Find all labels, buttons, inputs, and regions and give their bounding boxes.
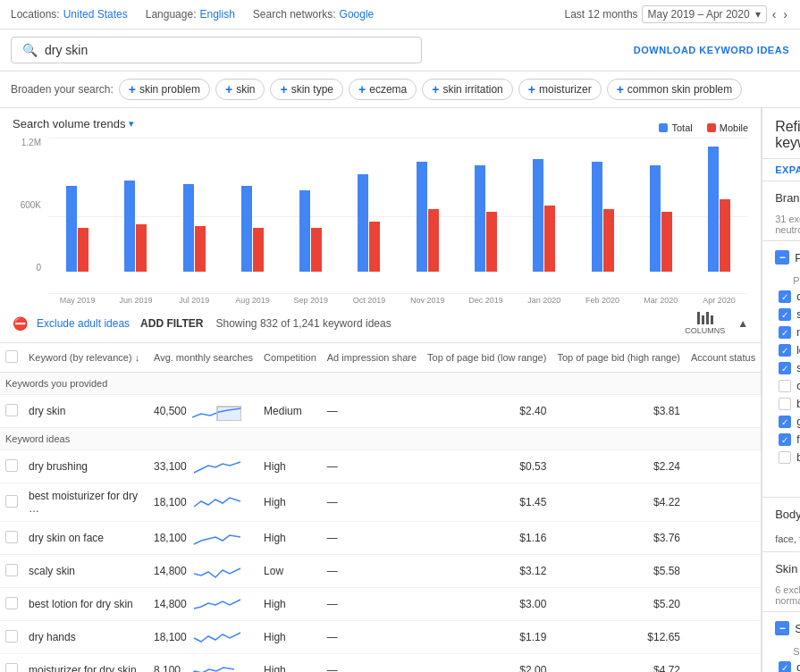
filter-row: ⛔ Exclude adult ideas ADD FILTER Showing… <box>0 305 761 343</box>
date-range-selector[interactable]: May 2019 – Apr 2020 ▾ <box>642 5 767 23</box>
impression-header[interactable]: Ad impression share <box>322 343 422 373</box>
columns-button[interactable]: COLUMNS <box>685 312 725 335</box>
product-item[interactable]: butter <box>775 449 800 466</box>
product-item[interactable]: ✓ moisturizer 390 <box>775 323 800 341</box>
symptom-item[interactable]: ✓ dryness 69 <box>775 659 800 672</box>
skin-type-header[interactable]: Skin Type › <box>762 552 800 584</box>
bar-total-5[interactable] <box>358 174 368 272</box>
product-section-header[interactable]: − Product ⌄ <box>762 241 800 273</box>
product-item[interactable]: cleanser <box>775 377 800 395</box>
exclude-adults-button[interactable]: Exclude adult ideas <box>37 317 130 330</box>
row-checkbox[interactable] <box>0 654 23 673</box>
expand-all-button[interactable]: EXPAND ALL <box>775 164 800 175</box>
period-info[interactable]: Last 12 months May 2019 – Apr 2020 ▾ ‹ › <box>565 5 790 23</box>
bid-high-cell: $4.22 <box>552 483 686 522</box>
body-part-section: Body Part › face, feet, hands, eyes, lip… <box>762 498 800 552</box>
product-item[interactable]: ✓ skin cream 403 <box>775 306 800 323</box>
chart-dropdown-icon[interactable]: ▾ <box>129 118 134 130</box>
bar-mobile-5[interactable] <box>369 222 380 272</box>
bar-total-9[interactable] <box>592 162 602 272</box>
next-period-button[interactable]: › <box>781 5 789 23</box>
keyword-header[interactable]: Keyword (by relevance) ↓ <box>23 343 148 373</box>
product-checkbox[interactable]: ✓ <box>779 362 791 374</box>
bar-mobile-1[interactable] <box>136 224 147 272</box>
bar-total-0[interactable] <box>66 186 77 272</box>
bar-mobile-11[interactable] <box>720 199 730 272</box>
product-checkbox[interactable] <box>779 398 791 410</box>
chip-common-skin-problem[interactable]: +common skin problem <box>607 79 743 100</box>
bid-low-cell: $1.45 <box>422 483 552 522</box>
symptom-collapse-icon[interactable]: − <box>775 621 789 635</box>
row-checkbox[interactable] <box>0 588 23 621</box>
bar-mobile-6[interactable] <box>428 209 439 272</box>
chip-skin-problem[interactable]: +skin problem <box>119 79 210 100</box>
product-view-more[interactable]: VIEW 1 MORE <box>775 466 800 490</box>
product-item[interactable]: ✓ cream 403 <box>775 288 800 306</box>
search-input[interactable] <box>45 43 410 57</box>
collapse-arrow[interactable]: ▲ <box>737 317 748 330</box>
bar-mobile-7[interactable] <box>486 212 497 272</box>
bar-total-3[interactable] <box>241 186 252 272</box>
bar-total-6[interactable] <box>417 162 427 272</box>
bar-total-1[interactable] <box>124 181 135 272</box>
brand-section-sub: 31 excluded: eucerin, neutrogena, dove, … <box>762 214 800 240</box>
bar-mobile-4[interactable] <box>311 228 322 272</box>
broaden-row: Broaden your search: +skin problem +skin… <box>0 71 800 108</box>
language-value: English <box>199 8 234 21</box>
bar-mobile-9[interactable] <box>603 209 614 272</box>
chip-skin[interactable]: +skin <box>215 79 265 100</box>
bar-mobile-2[interactable] <box>195 226 206 272</box>
chip-eczema[interactable]: +eczema <box>349 79 417 100</box>
product-checkbox[interactable]: ✓ <box>779 290 791 303</box>
symptom-checkbox[interactable]: ✓ <box>779 661 791 672</box>
prev-period-button[interactable]: ‹ <box>771 5 779 23</box>
bid-low-header[interactable]: Top of page bid (low range) <box>422 343 552 373</box>
account-header[interactable]: Account status <box>686 343 761 373</box>
product-item[interactable]: ✓ lotion 339 <box>775 341 800 359</box>
product-checkbox[interactable]: ✓ <box>779 433 791 446</box>
product-item[interactable]: ✓ face scrub 8 <box>775 431 800 449</box>
row-checkbox[interactable] <box>0 395 23 428</box>
product-checkbox[interactable]: ✓ <box>779 308 791 321</box>
brand-section-header[interactable]: Brand or Non-Brand › <box>762 181 800 214</box>
bar-mobile-10[interactable] <box>661 212 672 272</box>
bar-total-8[interactable] <box>533 159 543 272</box>
competition-header[interactable]: Competition <box>258 343 322 373</box>
select-all-header[interactable] <box>0 343 23 373</box>
chip-skin-type[interactable]: +skin type <box>270 79 343 100</box>
row-checkbox[interactable] <box>0 450 23 483</box>
bar-total-7[interactable] <box>475 165 485 272</box>
product-checkbox[interactable]: ✓ <box>779 416 791 428</box>
bar-total-11[interactable] <box>708 147 719 272</box>
bar-total-4[interactable] <box>299 190 310 272</box>
add-filter-button[interactable]: ADD FILTER <box>140 317 203 330</box>
product-checkbox[interactable] <box>779 380 791 392</box>
row-checkbox[interactable] <box>0 483 23 522</box>
bar-total-2[interactable] <box>183 184 194 272</box>
account-cell <box>686 654 761 673</box>
searches-header[interactable]: Avg. monthly searches <box>148 343 258 373</box>
nav-arrows[interactable]: ‹ › <box>771 5 789 23</box>
product-collapse-icon[interactable]: − <box>775 250 789 265</box>
chip-skin-irritation[interactable]: +skin irritation <box>422 79 513 100</box>
row-checkbox[interactable] <box>0 555 23 588</box>
product-checkbox[interactable]: ✓ <box>779 344 791 357</box>
product-item[interactable]: ✓ skin lotion 339 <box>775 359 800 377</box>
product-item[interactable]: ✓ gel 18 <box>775 413 800 431</box>
bar-group-11 <box>690 147 748 272</box>
bid-high-header[interactable]: Top of page bid (high range) <box>552 343 686 373</box>
bar-total-10[interactable] <box>650 165 661 272</box>
select-all-checkbox[interactable] <box>5 350 18 363</box>
bar-mobile-3[interactable] <box>253 228 264 272</box>
bar-mobile-8[interactable] <box>544 206 555 272</box>
row-checkbox[interactable] <box>0 621 23 654</box>
row-checkbox[interactable] <box>0 522 23 555</box>
bar-mobile-0[interactable] <box>78 228 88 272</box>
body-part-section-header[interactable]: Body Part › <box>762 498 800 530</box>
product-item[interactable]: body wash <box>775 395 800 413</box>
product-checkbox[interactable] <box>779 451 791 464</box>
product-checkbox[interactable]: ✓ <box>779 326 791 339</box>
chip-moisturizer[interactable]: +moisturizer <box>518 79 602 100</box>
symptom-section-header[interactable]: − Symptom ⌄ <box>762 612 800 644</box>
download-button[interactable]: DOWNLOAD KEYWORD IDEAS <box>634 45 789 55</box>
